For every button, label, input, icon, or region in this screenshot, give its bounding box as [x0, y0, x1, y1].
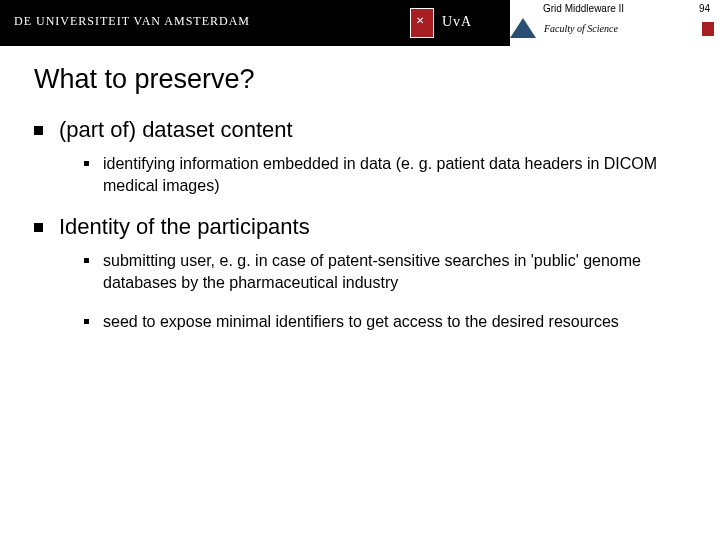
triangle-icon [510, 18, 536, 38]
crest-icon [410, 8, 434, 38]
small-crest-icon [702, 22, 714, 36]
bullet-text: Identity of the participants [59, 214, 310, 240]
sub-bullet-item: identifying information embedded in data… [84, 153, 686, 196]
slide-body: What to preserve? (part of) dataset cont… [0, 46, 720, 333]
sub-bullet-text: seed to expose minimal identifiers to ge… [103, 311, 619, 333]
square-bullet-icon [34, 126, 43, 135]
small-square-bullet-icon [84, 319, 89, 324]
bullet-item: (part of) dataset content [34, 117, 686, 143]
square-bullet-icon [34, 223, 43, 232]
sub-bullet-text: identifying information embedded in data… [103, 153, 666, 196]
slide-title: What to preserve? [34, 64, 686, 95]
header-right-panel: Grid Middleware II 94 Faculty of Science [510, 0, 720, 46]
bullet-text: (part of) dataset content [59, 117, 293, 143]
faculty-label: Faculty of Science [544, 23, 618, 34]
university-short: UvA [442, 14, 472, 30]
sub-bullet-item: seed to expose minimal identifiers to ge… [84, 311, 686, 333]
page-number: 94 [699, 3, 710, 14]
sub-bullet-text: submitting user, e. g. in case of patent… [103, 250, 666, 293]
sub-bullet-item: submitting user, e. g. in case of patent… [84, 250, 686, 293]
university-name: DE UNIVERSITEIT VAN AMSTERDAM [14, 14, 250, 29]
small-square-bullet-icon [84, 161, 89, 166]
topic-label: Grid Middleware II [543, 3, 624, 14]
bullet-item: Identity of the participants [34, 214, 686, 240]
slide-header: DE UNIVERSITEIT VAN AMSTERDAM UvA Grid M… [0, 0, 720, 46]
small-square-bullet-icon [84, 258, 89, 263]
